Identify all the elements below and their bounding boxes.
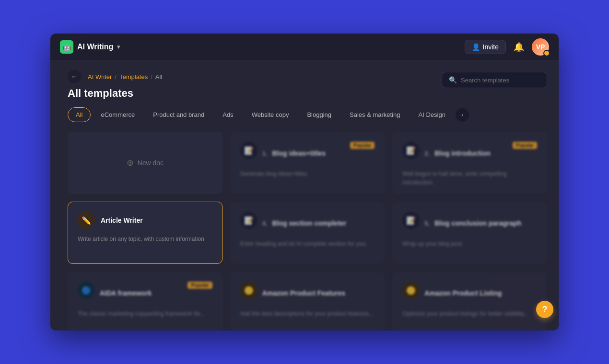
category-tabs: All eCommerce Product and brand Ads Webs… <box>68 107 547 122</box>
tab-product-brand[interactable]: Product and brand <box>145 107 212 122</box>
invite-icon: 👤 <box>472 43 480 51</box>
tab-blogging[interactable]: Blogging <box>299 107 340 122</box>
blog-intro-icon: 📝 <box>402 142 420 159</box>
blog-conclusion-icon: 📝 <box>402 212 420 229</box>
new-doc-label: New doc <box>138 159 164 167</box>
notifications-bell-icon[interactable]: 🔔 <box>514 42 524 52</box>
brand-icon: 🤖 <box>60 40 73 54</box>
tab-website-copy[interactable]: Website copy <box>244 107 297 122</box>
breadcrumb: ← AI Writer / Templates / All <box>68 70 442 83</box>
template-card-blog-conclusion[interactable]: 📝 5. Blog conclusion paragraph Wrap up y… <box>392 202 547 264</box>
blog-intro-num: 2. <box>424 150 430 157</box>
tab-ads[interactable]: Ads <box>214 107 241 122</box>
template-card-new-doc[interactable]: ⊕ New doc <box>68 132 223 194</box>
aida-badge: Popular <box>187 282 212 289</box>
invite-button[interactable]: 👤 Invite <box>465 40 506 54</box>
amazon-features-title: Amazon Product Features <box>262 289 345 297</box>
aida-title: AIDA framework <box>100 289 152 297</box>
blog-section-num: 4. <box>262 220 268 227</box>
amazon-listing-title: Amazon Product Listing <box>424 289 502 297</box>
new-doc-icon: ⊕ <box>127 158 134 168</box>
brand-name: AI Writing <box>77 43 113 51</box>
blog-conclusion-num: 5. <box>424 220 430 227</box>
navbar: 🤖 AI Writing ▾ 👤 Invite 🔔 VP <box>50 34 559 60</box>
avatar-badge <box>543 50 550 57</box>
app-window: 🤖 AI Writing ▾ 👤 Invite 🔔 VP <box>50 34 559 330</box>
content-header: ← AI Writer / Templates / All All templa… <box>56 60 559 132</box>
blog-section-desc: Enter heading and let AI complete sectio… <box>240 239 375 248</box>
templates-grid: ⊕ New doc 📝 1. Blog ideas+titles Popular <box>56 132 559 330</box>
invite-label: Invite <box>483 43 499 51</box>
blog-section-icon: 📝 <box>240 212 258 229</box>
blog-intro-title: Blog introduction <box>434 149 491 157</box>
main-content: ← AI Writer / Templates / All All templa… <box>50 60 559 330</box>
breadcrumb-sep2: / <box>151 73 152 80</box>
breadcrumb-sep1: / <box>115 73 117 80</box>
page-title: All templates <box>68 87 442 100</box>
article-writer-desc: Write article on any topic, with custom … <box>78 235 212 243</box>
template-card-aida[interactable]: 🔵 AIDA framework Popular The classic mar… <box>68 272 223 330</box>
blog-ideas-num: 1. <box>262 150 268 157</box>
sidebar <box>50 60 56 330</box>
amazon-features-icon: 🟡 <box>240 282 258 299</box>
search-box: 🔍 <box>442 72 547 88</box>
template-card-blog-section[interactable]: 📝 4. Blog section completer Enter headin… <box>230 202 385 264</box>
article-writer-title: Article Writer <box>101 216 143 224</box>
template-card-blog-intro[interactable]: 📝 2. Blog introduction Popular Well begu… <box>392 132 547 194</box>
tab-sales-marketing[interactable]: Sales & marketing <box>341 107 409 122</box>
tab-ecommerce[interactable]: eCommerce <box>93 107 143 122</box>
help-icon: ? <box>542 305 548 315</box>
tab-ai-design[interactable]: AI Design <box>410 107 454 122</box>
template-card-amazon-listing[interactable]: 🟡 Amazon Product Listing Optimize your p… <box>392 272 547 330</box>
aida-icon: 🔵 <box>78 282 95 299</box>
blog-conclusion-title: Blog conclusion paragraph <box>434 219 521 227</box>
template-card-blog-ideas[interactable]: 📝 1. Blog ideas+titles Popular Generate … <box>230 132 385 194</box>
blog-ideas-badge: Popular <box>350 142 375 149</box>
blog-ideas-title: Blog ideas+titles <box>272 149 326 157</box>
blog-ideas-desc: Generate blog ideas+titles <box>240 170 375 178</box>
blog-ideas-icon: 📝 <box>240 142 258 159</box>
amazon-listing-icon: 🟡 <box>402 282 420 299</box>
tabs-more-button[interactable]: › <box>456 108 469 122</box>
amazon-listing-desc: Optimize your product listings for bette… <box>402 309 537 318</box>
back-button[interactable]: ← <box>68 70 81 83</box>
back-arrow-icon: ← <box>71 73 78 80</box>
blog-intro-badge: Popular <box>513 142 537 149</box>
amazon-features-desc: Add the best descriptions for your produ… <box>240 309 375 318</box>
template-card-article-writer[interactable]: ✏️ Article Writer Write article on any t… <box>68 202 223 264</box>
article-writer-icon: ✏️ <box>78 212 95 229</box>
breadcrumb-ai-writer[interactable]: AI Writer <box>88 73 112 80</box>
brand-chevron-icon: ▾ <box>117 44 120 50</box>
brand-button[interactable]: 🤖 AI Writing ▾ <box>60 40 120 54</box>
breadcrumb-current: All <box>155 73 162 80</box>
content-area: ← AI Writer / Templates / All All templa… <box>56 60 559 330</box>
aida-desc: The classic marketing copywriting framew… <box>78 309 212 318</box>
help-bubble-button[interactable]: ? <box>536 301 553 318</box>
search-icon: 🔍 <box>449 76 457 84</box>
blog-conclusion-desc: Wrap up your blog post. <box>402 239 537 248</box>
navbar-actions: 👤 Invite 🔔 VP <box>465 38 549 56</box>
avatar[interactable]: VP <box>532 38 549 56</box>
blog-intro-desc: Well begun is half done, write compellin… <box>402 170 537 187</box>
blog-section-title: Blog section completer <box>272 219 347 227</box>
tab-all[interactable]: All <box>68 107 91 122</box>
breadcrumb-templates[interactable]: Templates <box>119 73 148 80</box>
search-input[interactable] <box>461 77 540 84</box>
template-card-amazon-features[interactable]: 🟡 Amazon Product Features Add the best d… <box>230 272 385 330</box>
